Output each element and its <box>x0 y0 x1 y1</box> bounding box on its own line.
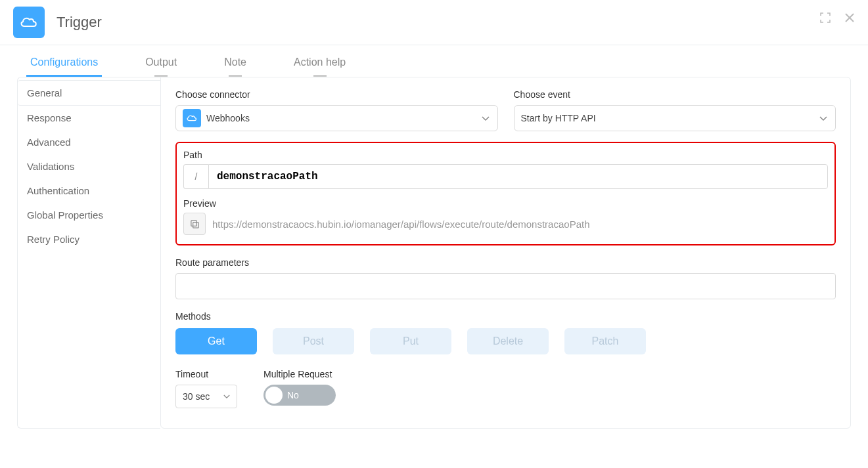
expand-icon[interactable] <box>819 12 831 24</box>
preview-url: https://demonstracaocs.hubin.io/iomanage… <box>212 219 590 230</box>
choose-connector-label: Choose connector <box>175 89 498 100</box>
sidebar-item-validations[interactable]: Validations <box>18 154 160 179</box>
choose-connector-select[interactable]: Webhooks <box>175 105 498 131</box>
path-preview-highlight: Path / Preview https://demonstracaocs.hu… <box>175 142 836 245</box>
toggle-label: No <box>287 390 299 400</box>
choose-event-label: Choose event <box>514 89 836 100</box>
sidebar-item-general[interactable]: General <box>18 80 161 106</box>
connector-value: Webhooks <box>206 113 250 123</box>
route-params-label: Route parameters <box>175 257 836 268</box>
sidebar: General Response Advanced Validations Au… <box>17 77 160 429</box>
tab-configurations[interactable]: Configurations <box>26 56 102 77</box>
cloud-icon <box>13 7 45 38</box>
timeout-value: 30 sec <box>183 391 210 402</box>
copy-button[interactable] <box>183 213 206 235</box>
close-icon[interactable] <box>844 12 855 24</box>
path-label: Path <box>183 150 828 160</box>
tab-output[interactable]: Output <box>141 56 181 77</box>
tabs: Configurations Output Note Action help <box>0 45 868 77</box>
path-input[interactable] <box>208 164 828 189</box>
route-params-input[interactable] <box>175 273 836 299</box>
svg-rect-1 <box>191 220 196 225</box>
multiple-request-label: Multiple Request <box>263 369 336 379</box>
trigger-modal: Trigger Configurations Output Note Actio… <box>0 0 868 468</box>
chevron-down-icon <box>482 113 490 123</box>
choose-event-select[interactable]: Start by HTTP API <box>514 105 836 131</box>
method-delete-button[interactable]: Delete <box>467 328 549 354</box>
tab-action-help[interactable]: Action help <box>290 56 350 77</box>
timeout-label: Timeout <box>175 369 237 379</box>
toggle-knob <box>265 387 283 404</box>
multiple-request-toggle[interactable]: No <box>263 385 336 406</box>
preview-label: Preview <box>183 198 828 209</box>
svg-rect-0 <box>193 222 198 227</box>
method-get-button[interactable]: Get <box>175 328 257 354</box>
methods-label: Methods <box>175 311 836 322</box>
modal-header: Trigger <box>0 0 868 45</box>
chevron-down-icon <box>819 113 827 123</box>
method-put-button[interactable]: Put <box>370 328 451 354</box>
method-patch-button[interactable]: Patch <box>564 328 646 354</box>
sidebar-item-authentication[interactable]: Authentication <box>18 179 160 203</box>
modal-title: Trigger <box>57 14 102 31</box>
main-panel: Choose connector Webhooks Choose event <box>160 77 851 429</box>
cloud-icon <box>183 109 201 127</box>
sidebar-item-response[interactable]: Response <box>18 106 160 130</box>
event-value: Start by HTTP API <box>521 113 596 123</box>
method-post-button[interactable]: Post <box>273 328 354 354</box>
sidebar-item-retry-policy[interactable]: Retry Policy <box>18 227 160 251</box>
tab-note[interactable]: Note <box>220 56 250 77</box>
sidebar-item-advanced[interactable]: Advanced <box>18 130 160 154</box>
sidebar-item-global-properties[interactable]: Global Properties <box>18 203 160 227</box>
chevron-down-icon <box>223 394 230 399</box>
path-prefix: / <box>183 164 208 189</box>
timeout-select[interactable]: 30 sec <box>175 385 237 408</box>
